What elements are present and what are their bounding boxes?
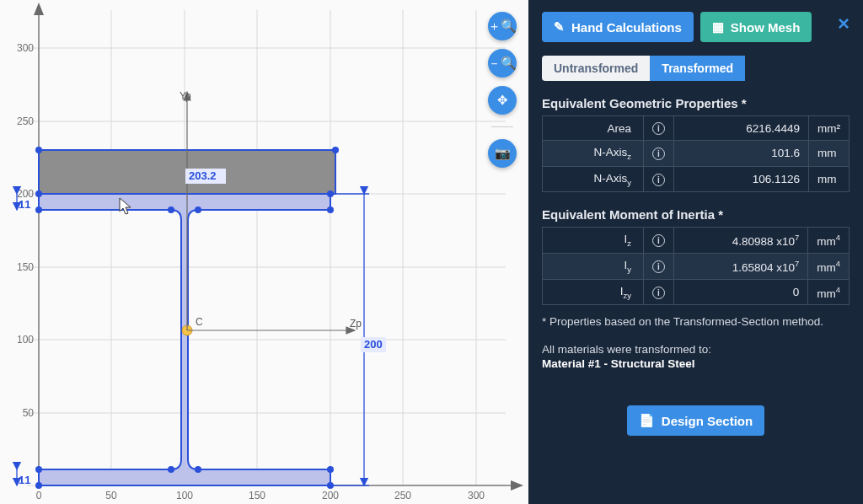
method-footnote: * Properties based on the Transformed-Se… xyxy=(542,315,850,328)
zp-label: Zp xyxy=(350,318,362,330)
zoom-out-button[interactable]: －🔍 xyxy=(488,49,517,78)
svg-text:150: 150 xyxy=(249,490,265,501)
camera-icon: 📷 xyxy=(495,146,511,161)
svg-text:50: 50 xyxy=(105,490,117,501)
properties-panel: × ✎ Hand Calculations ▦ Show Mesh Untran… xyxy=(528,0,863,504)
pencil-icon: ✎ xyxy=(554,19,565,35)
dim-flange-bottom: 11 xyxy=(19,474,30,486)
svg-point-30 xyxy=(35,482,42,489)
svg-point-43 xyxy=(332,147,339,153)
moi-table: Izi4.80988 x107mm4 Iyi1.65804 x107mm4 Iz… xyxy=(542,227,850,305)
svg-point-36 xyxy=(35,206,42,213)
design-section-button[interactable]: 📄 Design Section xyxy=(627,405,764,436)
geo-props-table: Areai6216.4449mm² N-Axiszi101.6mm N-Axis… xyxy=(542,115,850,192)
yp-label: Yp xyxy=(180,90,191,102)
zoom-fit-button[interactable]: ✥ xyxy=(488,86,517,115)
svg-text:100: 100 xyxy=(17,334,34,346)
control-separator xyxy=(491,126,513,127)
svg-point-33 xyxy=(35,466,42,473)
svg-text:250: 250 xyxy=(17,115,34,127)
design-section-label: Design Section xyxy=(662,414,753,428)
svg-text:300: 300 xyxy=(17,42,34,54)
hand-calculations-button[interactable]: ✎ Hand Calculations xyxy=(542,12,694,42)
svg-point-39 xyxy=(168,206,174,213)
info-icon[interactable]: i xyxy=(652,287,665,299)
svg-text:200: 200 xyxy=(322,490,339,501)
svg-point-35 xyxy=(168,466,174,473)
svg-text:0: 0 xyxy=(36,490,42,501)
section-canvas[interactable]: 0 50 100 150 200 250 300 50 100 150 200 … xyxy=(0,0,528,504)
svg-text:250: 250 xyxy=(394,490,411,501)
grid-icon: ▦ xyxy=(712,19,724,35)
table-row: N-Axiszi101.6mm xyxy=(543,141,850,167)
svg-point-37 xyxy=(327,206,334,213)
table-row: Izi4.80988 x107mm4 xyxy=(543,228,850,254)
dim-plate-width: 203.2 xyxy=(189,169,217,182)
svg-point-38 xyxy=(195,206,201,213)
screenshot-button[interactable]: 📷 xyxy=(488,139,517,168)
centroid-label: C xyxy=(196,316,203,328)
close-panel-button[interactable]: × xyxy=(838,13,850,34)
tab-transformed[interactable]: Transformed xyxy=(650,56,745,81)
table-row: Areai6216.4449mm² xyxy=(543,116,850,141)
show-mesh-button[interactable]: ▦ Show Mesh xyxy=(700,12,812,42)
info-icon[interactable]: i xyxy=(652,234,665,247)
svg-point-32 xyxy=(327,466,334,473)
svg-text:150: 150 xyxy=(17,261,34,273)
svg-text:50: 50 xyxy=(23,407,35,419)
svg-text:300: 300 xyxy=(468,490,485,501)
moi-heading: Equivalent Moment of Inertia * xyxy=(542,207,850,222)
dim-height: 200 xyxy=(364,338,383,351)
info-icon[interactable]: i xyxy=(652,260,665,273)
table-row: Iyi1.65804 x107mm4 xyxy=(543,254,850,280)
tab-untransformed[interactable]: Untransformed xyxy=(542,56,650,81)
svg-point-42 xyxy=(35,147,42,153)
move-icon: ✥ xyxy=(497,93,508,108)
info-icon[interactable]: i xyxy=(652,122,665,135)
zoom-out-icon: －🔍 xyxy=(488,56,517,72)
table-row: Izyi0mm4 xyxy=(543,279,850,305)
table-row: N-Axisyi106.1126mm xyxy=(543,166,850,192)
material-note-1: All materials were transformed to: xyxy=(542,343,850,356)
svg-text:100: 100 xyxy=(176,490,193,501)
svg-point-34 xyxy=(195,466,201,473)
material-note-2: Material #1 - Structural Steel xyxy=(542,357,850,370)
info-icon[interactable]: i xyxy=(652,174,665,186)
info-icon[interactable]: i xyxy=(652,147,665,160)
show-mesh-label: Show Mesh xyxy=(731,20,801,35)
zoom-in-icon: ＋🔍 xyxy=(488,19,517,35)
document-icon: 📄 xyxy=(639,413,655,428)
zoom-in-button[interactable]: ＋🔍 xyxy=(488,12,517,40)
hand-calc-label: Hand Calculations xyxy=(571,20,682,35)
transform-tabs: Untransformed Transformed xyxy=(542,56,850,81)
section-plot: 0 50 100 150 200 250 300 50 100 150 200 … xyxy=(0,0,528,504)
dim-flange-top: 11 xyxy=(19,198,30,211)
svg-point-40 xyxy=(35,190,42,197)
geo-props-heading: Equivalent Geometric Properties * xyxy=(542,96,850,110)
